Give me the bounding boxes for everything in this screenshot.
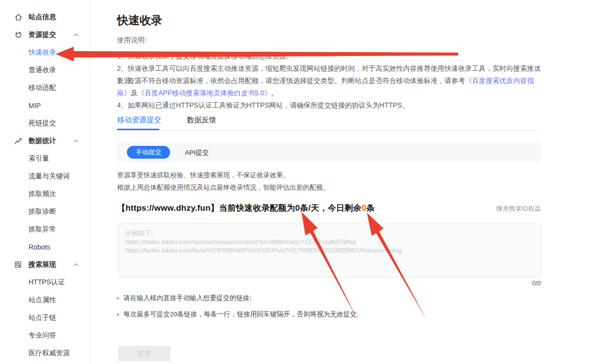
usage-label: 使用说明: [117, 36, 147, 45]
tip-2: ▸每次最多可提交20条链接，每条一行，链接用回车键隔开，否则将视为无效提交; [117, 310, 358, 319]
sidebar-item-dead-link[interactable]: 死链提交 [0, 114, 89, 132]
sidebar-item-crawl-anomaly[interactable]: 抓取异常 [0, 221, 89, 238]
sidebar-item-label: 流量与关键词 [29, 172, 70, 181]
quota-unit: 条 [366, 203, 375, 213]
sidebar-item-crawl-diagnosis[interactable]: 抓取诊断 [0, 203, 89, 221]
sidebar-item-label: 索引量 [29, 154, 49, 163]
note-line-2: 根据上周总体配额使用情况及站点最终收录情况，智能评估出新的配额。 [117, 183, 329, 192]
sidebar-item-index-volume[interactable]: 索引量 [0, 150, 89, 168]
sidebar-item-label: 抓取诊断 [29, 207, 56, 216]
quick-inclusion-page: 站点信息 资源提交 快速收录 普通收录 移动适配 MIP 死链提交 [0, 0, 594, 364]
inherit-bear-id-link[interactable]: 继承熊掌ID权益 [473, 204, 541, 213]
url-submit-textarea[interactable] [118, 224, 541, 278]
instruction-3-mid: 及 [131, 89, 138, 97]
instruction-3-end: 。 [271, 89, 278, 97]
tip-1-text: 请在输入框内直接手动输入想要提交的链接; [123, 294, 251, 302]
submit-mode-toggle-bar: 手动提交 API提交 [117, 142, 541, 163]
tip-2-text: 每次最多可提交20条链接，每条一行，链接用回车键隔开，否则将视为无效提交; [123, 310, 358, 318]
bullet-icon: ▸ [117, 295, 119, 301]
search-display-icon [14, 260, 23, 269]
sidebar-group-label: 搜索展现 [29, 260, 56, 269]
submit-icon [14, 30, 23, 39]
sidebar-item-professional-qa[interactable]: 专业问答 [0, 327, 89, 344]
page-title: 快速收录 [117, 13, 162, 28]
quota-heading: 【https://www.dhzy.fun】当前快速收录配额为0条/天，今日剩余… [117, 202, 375, 214]
sidebar-item-site-properties[interactable]: 站点属性 [0, 291, 89, 309]
sidebar-item-label: MIP [29, 102, 41, 110]
stats-icon [14, 137, 23, 145]
note-line-1: 资源享受快速抓取校验、快速搜索展现，不保证收录效果。 [117, 171, 290, 180]
tab-mobile-resource-submit[interactable]: 移动资源提交 [117, 115, 161, 125]
quota-text: 【https://www.dhzy.fun】当前快速收录配额为0条/天，今日剩余 [117, 203, 361, 213]
chevron-up-icon[interactable] [73, 138, 80, 144]
sidebar-item-label: 抓取异常 [29, 225, 56, 234]
tab-separator [117, 130, 541, 131]
sidebar-item-label: 站点属性 [29, 296, 56, 305]
sidebar-item-https-cert[interactable]: HTTPS认证 [0, 274, 89, 291]
sidebar-group-label: 资源提交 [29, 30, 56, 39]
sidebar-item-normal-inclusion[interactable]: 普通收录 [0, 61, 89, 79]
sidebar: 站点信息 资源提交 快速收录 普通收录 移动适配 MIP 死链提交 [0, 0, 90, 364]
bullet-icon: ▸ [117, 311, 119, 317]
tip-1: ▸请在输入框内直接手动输入想要提交的链接; [117, 294, 251, 303]
instruction-4: 4、如果网站已通过HTTPS认证工具验证为HTTPS网站，请确保所提交链接的协议… [117, 99, 542, 112]
whitepaper-link[interactable]: 《百度APP移动搜索落地页体验白皮书5.0》 [138, 89, 271, 97]
main-content: 快速收录 使用说明: 1、快速收录仅限于提交移动端页面及移动端自适应页面。 2、… [90, 0, 594, 364]
home-icon [14, 13, 23, 22]
instruction-3: 3、资源不符合移动资源标准，依然会占用配额，请您谨慎选择提交类型。判断站点是否符… [117, 75, 542, 99]
submit-button[interactable]: 提交 [118, 346, 171, 361]
sidebar-item-label: 医疗权威资源 [29, 349, 70, 358]
quota-remaining-count: 0 [361, 203, 366, 213]
sidebar-item-label: Robots [29, 243, 50, 251]
sidebar-group-label: 数据统计 [29, 137, 56, 145]
tab-data-feedback[interactable]: 数据反馈 [187, 115, 216, 125]
sidebar-item-label: 站点信息 [29, 13, 56, 22]
sidebar-item-label: 专业问答 [29, 331, 56, 340]
sidebar-group-data-stats[interactable]: 数据统计 [0, 132, 89, 150]
manual-submit-toggle[interactable]: 手动提交 [127, 146, 170, 159]
sidebar-group-resource-submit[interactable]: 资源提交 [0, 26, 89, 44]
sidebar-item-crawl-frequency[interactable]: 抓取频次 [0, 185, 89, 203]
sidebar-item-label: 站点子链 [29, 313, 56, 322]
sidebar-item-label: 快速收录 [29, 48, 56, 57]
instruction-3-text: 3、资源不符合移动资源标准，依然会占用配额，请您谨慎选择提交类型。判断站点是否符… [117, 77, 465, 84]
sidebar-item-site-info[interactable]: 站点信息 [0, 8, 89, 26]
sidebar-item-traffic-keywords[interactable]: 流量与关键词 [0, 168, 89, 185]
chevron-up-icon[interactable] [73, 261, 80, 268]
sidebar-item-medical-authority[interactable]: 医疗权威资源 [0, 344, 89, 362]
sidebar-group-search-display[interactable]: 搜索展现 [0, 256, 89, 274]
sidebar-item-label: HTTPS认证 [29, 278, 65, 287]
sidebar-item-label: 死链提交 [29, 119, 56, 128]
instruction-1: 1、快速收录仅限于提交移动端页面及移动端自适应页面。 [117, 50, 542, 62]
sidebar-item-label: 普通收录 [29, 66, 56, 75]
api-submit-toggle[interactable]: API提交 [185, 148, 209, 157]
url-counter: 0/0 [473, 280, 541, 287]
sidebar-item-site-sublinks[interactable]: 站点子链 [0, 309, 89, 327]
sidebar-item-label: 抓取频次 [29, 190, 56, 198]
sidebar-item-robots[interactable]: Robots [0, 238, 89, 256]
sidebar-item-quick-inclusion[interactable]: 快速收录 [0, 44, 89, 61]
sidebar-item-mobile-adaptation[interactable]: 移动适配 [0, 79, 89, 97]
chevron-up-icon[interactable] [73, 31, 80, 38]
sidebar-item-label: 移动适配 [29, 84, 56, 92]
sidebar-item-mip[interactable]: MIP [0, 97, 89, 114]
